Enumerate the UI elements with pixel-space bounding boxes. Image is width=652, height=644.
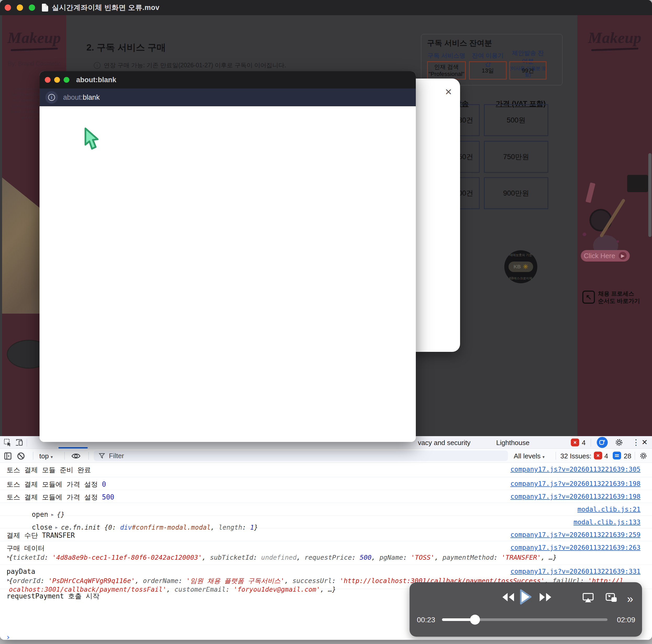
- filter-funnel-icon: [99, 452, 105, 459]
- close-window-button[interactable]: [5, 4, 11, 11]
- source-link[interactable]: company17.js?v=20260113221639:331: [510, 567, 641, 575]
- console-row: open▶{} modal.clib.js:21: [0, 503, 652, 515]
- click-here-button[interactable]: Click Here ▶: [581, 250, 630, 261]
- url-text: about:blank: [63, 93, 100, 102]
- log-level-selector[interactable]: All levels ▾: [514, 452, 545, 460]
- console-row: 토스 결제 모듈에 가격 설정 0 company17.js?v=2026011…: [0, 477, 652, 490]
- popup-blank-page: [39, 106, 416, 442]
- price-option[interactable]: 500원: [484, 104, 548, 136]
- source-link[interactable]: company17.js?v=20260113221639:259: [510, 531, 641, 538]
- quicktime-window: 실시간계좌이체 빈화면 오류.mov Makeup By: Brand Cosm…: [0, 0, 652, 640]
- window-titlebar: 실시간계좌이체 빈화면 오류.mov: [0, 0, 652, 15]
- column-header: 구독 서비스명: [427, 52, 466, 60]
- page-scrollbar-thumb[interactable]: [648, 153, 651, 237]
- ai-assistant-icon[interactable]: [597, 437, 608, 448]
- brand-logo: Makeup: [577, 29, 652, 47]
- tab-lighthouse[interactable]: Lighthouse: [496, 439, 529, 447]
- issues-label[interactable]: 32 Issues:: [560, 452, 592, 460]
- source-link[interactable]: modal.clib.js:21: [577, 505, 641, 513]
- makeup-banner-right: Makeup Click Here ▶: [577, 15, 652, 436]
- brand-underline: [591, 48, 638, 51]
- issues-message-badge-icon: [613, 452, 621, 459]
- source-link[interactable]: company17.js?v=20260113221639:198: [510, 480, 641, 487]
- cta-arrow-icon: ▶: [619, 252, 627, 260]
- error-count: 4: [582, 439, 586, 447]
- console-row: 토스 결제 모듈 준비 완료 company17.js?v=2026011322…: [0, 463, 652, 477]
- more-controls-icon[interactable]: »: [627, 593, 633, 605]
- console-row: 토스 결제 모듈에 가격 설정 500 company17.js?v=20260…: [0, 490, 652, 503]
- total-time: 02:09: [617, 616, 635, 624]
- popup-close-button[interactable]: [45, 77, 51, 83]
- play-button[interactable]: [519, 588, 533, 605]
- source-link[interactable]: company17.js?v=20260113221639:263: [510, 544, 641, 551]
- popup-titlebar: about:blank: [39, 71, 416, 88]
- chevron-down-icon: ▾: [51, 455, 53, 459]
- panel-title: 구독 서비스 잔여분: [427, 38, 492, 49]
- console-row: 구매 데이터 company17.js?v=20260113221639:263…: [0, 541, 652, 565]
- info-icon: i: [94, 62, 101, 69]
- picture-in-picture-icon[interactable]: [605, 593, 618, 603]
- info-icon: i: [48, 94, 55, 101]
- popup-zoom-button[interactable]: [64, 77, 70, 83]
- subscription-remaining-panel: 구독 서비스 잔여분 구독 서비스명 잔여 이용기간 제안발송 잔여분 (미사용…: [421, 34, 563, 85]
- console-row: 결제 수단 TRANSFER company17.js?v=2026011322…: [0, 528, 652, 541]
- device-toolbar-icon[interactable]: [15, 439, 24, 446]
- page-section-title: 2. 구독 서비스 구매: [86, 41, 166, 54]
- tab-privacy-security[interactable]: vacy and security: [418, 439, 470, 447]
- modal-close-icon[interactable]: ✕: [445, 87, 453, 96]
- console-tab-active-underline: [58, 447, 88, 448]
- console-prompt-icon[interactable]: ›: [6, 633, 10, 640]
- issues-error-badge-icon: ✕: [594, 452, 602, 459]
- chevron-down-icon: ▾: [543, 455, 545, 459]
- inspect-element-icon[interactable]: [4, 439, 11, 446]
- recorded-cursor-icon: [82, 127, 100, 151]
- current-time: 00:23: [417, 616, 435, 624]
- remaining-service-name: 인재 검색"Professional": [427, 61, 466, 80]
- brand-logo: Makeup: [2, 29, 66, 47]
- rewind-button[interactable]: [501, 592, 515, 602]
- remaining-proposals: 99건: [509, 61, 546, 80]
- renewal-note: i 연장 구매 가능: 기존 만료일(2026-01-27) 이후로 구독이 이…: [94, 61, 286, 69]
- document-icon: [42, 4, 48, 11]
- fast-forward-button[interactable]: [538, 592, 552, 602]
- error-badge-icon[interactable]: ✕: [571, 439, 579, 446]
- seek-knob[interactable]: [470, 615, 480, 625]
- console-row: close▶ce.fn.init {0: div#confirm-modal.m…: [0, 515, 652, 528]
- site-info-button[interactable]: i: [45, 91, 58, 104]
- source-link[interactable]: company17.js?v=20260113221639:198: [510, 493, 641, 500]
- price-option[interactable]: 900만원: [484, 177, 548, 209]
- context-selector[interactable]: top ▾: [39, 452, 53, 460]
- settings-gear-icon[interactable]: [615, 438, 623, 447]
- process-shortcut-link[interactable]: 채용 프로세스 순서도 바로가기: [598, 290, 640, 305]
- console-filter-input[interactable]: Filter: [94, 451, 508, 461]
- kb-star-icon: ✳: [523, 263, 528, 271]
- clear-console-icon[interactable]: [17, 452, 25, 460]
- window-title: 실시간계좌이체 빈화면 오류.mov: [52, 3, 160, 12]
- source-link[interactable]: modal.clib.js:133: [573, 519, 641, 526]
- arrow-upleft-icon: ↖: [586, 293, 592, 301]
- live-expression-eye-icon[interactable]: [71, 452, 81, 460]
- expand-arrow-icon[interactable]: ▶: [7, 554, 10, 559]
- price-option[interactable]: 750만원: [484, 141, 548, 173]
- expand-arrow-icon[interactable]: ▶: [7, 578, 10, 582]
- process-shortcut-icon[interactable]: ↖: [582, 290, 595, 304]
- minimize-window-button[interactable]: [17, 4, 23, 11]
- popup-title: about:blank: [76, 76, 116, 84]
- zoom-window-button[interactable]: [29, 4, 35, 11]
- console-toolbar: top ▾ Filter All levels ▾ 32 Issues: ✕ 4: [0, 449, 652, 463]
- seek-slider[interactable]: [442, 618, 607, 621]
- brand-byline: By: Brand Cosmetic: [2, 60, 66, 67]
- popup-url-bar[interactable]: i about:blank: [39, 88, 416, 106]
- devtools-close-icon[interactable]: ✕: [642, 438, 648, 447]
- source-link[interactable]: company17.js?v=20260113221639:305: [510, 466, 641, 473]
- popup-minimize-button[interactable]: [54, 77, 60, 83]
- console-settings-gear-icon[interactable]: [640, 452, 647, 460]
- issues-message-count: 28: [624, 452, 631, 460]
- brand-underline: [10, 48, 58, 51]
- kb-escrow-badge: 매매보호의 기준 KB✳ KB에스크로이체: [504, 250, 537, 283]
- remaining-days: 13일: [469, 61, 507, 80]
- kebab-menu-icon[interactable]: ⋮: [632, 438, 640, 447]
- airplay-icon[interactable]: [582, 593, 594, 603]
- issues-error-count: 4: [604, 452, 608, 460]
- console-sidebar-toggle-icon[interactable]: [4, 452, 12, 460]
